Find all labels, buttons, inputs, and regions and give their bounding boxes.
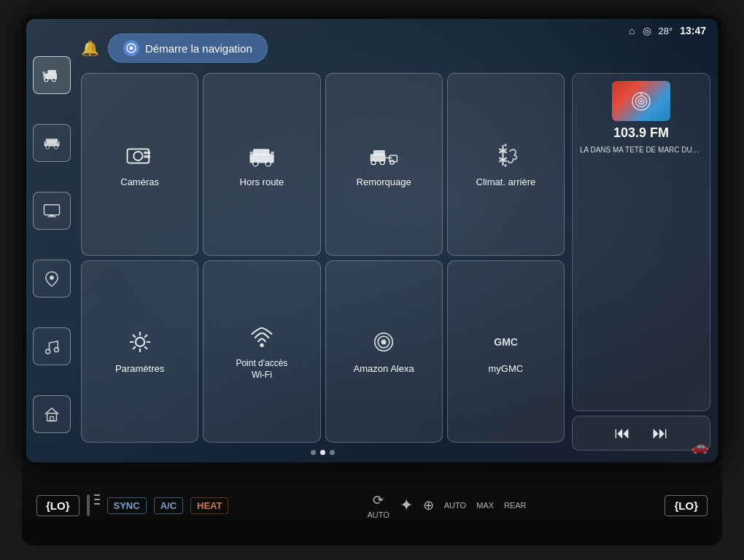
time-display: 13:47 — [680, 25, 706, 36]
radio-next-button[interactable]: ⏭ — [652, 424, 668, 443]
settings-icon — [125, 327, 155, 357]
tiles-row-1: Caméras Hors r — [81, 73, 565, 256]
tile-alexa[interactable]: Amazon Alexa — [325, 260, 443, 443]
navigation-button-label: Démarre la navigation — [145, 42, 252, 55]
infotainment-screen: ⌂ ◎ 28° 13:47 — [26, 19, 718, 462]
svg-rect-19 — [50, 416, 54, 421]
parametres-label: Paramètres — [115, 363, 164, 376]
left-temp-display: {LO} — [36, 495, 80, 516]
airflow-control[interactable]: ⊕ — [423, 497, 434, 513]
svg-point-17 — [55, 347, 59, 351]
max-control[interactable]: MAX — [476, 501, 494, 510]
sidebar-item-jeep[interactable] — [33, 124, 71, 162]
alexa-label: Amazon Alexa — [354, 363, 414, 376]
svg-point-8 — [46, 145, 50, 149]
sidebar-item-truck[interactable] — [33, 56, 71, 94]
dot-2 — [320, 450, 325, 455]
page-dots — [81, 450, 565, 455]
tiles-section: Caméras Hors r — [81, 73, 565, 455]
car-status-icon: 🚗 — [691, 438, 709, 455]
dot-1 — [311, 450, 316, 455]
tile-mygmc[interactable]: GMC myGMC — [447, 260, 565, 443]
tile-parametres[interactable]: Paramètres — [81, 260, 198, 443]
tile-remorquage[interactable]: Remorquage — [325, 73, 443, 256]
svg-rect-7 — [46, 139, 58, 142]
auto-control[interactable]: AUTO — [444, 501, 466, 510]
svg-rect-14 — [47, 216, 56, 217]
mygmc-label: myGMC — [489, 363, 524, 376]
dot-3 — [330, 450, 335, 455]
physical-controls: {LO} SYNC A/C HEAT ⟳ AUTO ✦ ⊕ AUTO MAX — [22, 465, 722, 545]
radio-prev-button[interactable]: ⏮ — [614, 424, 630, 443]
svg-point-45 — [381, 340, 387, 345]
tile-wifi[interactable]: Point d'accès Wi-Fi — [203, 260, 320, 443]
hors-route-label: Hors route — [240, 176, 284, 189]
main-content: 🔔 Démarre la navigation — [77, 19, 718, 462]
home-icon: ⌂ — [629, 25, 635, 36]
tile-climat[interactable]: Climat. arrière — [447, 73, 565, 256]
towing-icon — [368, 140, 399, 171]
cameras-label: Caméras — [120, 176, 159, 189]
home-icon — [42, 404, 62, 424]
svg-point-40 — [505, 164, 508, 167]
radio-card[interactable]: 103.9 FM LA DANS MA TETE DE MARC DUPRE A… — [572, 73, 710, 411]
wifi-icon — [247, 322, 277, 352]
heat-button[interactable]: HEAT — [190, 497, 228, 514]
auto-fan-control[interactable]: ⟳ AUTO — [367, 492, 389, 519]
svg-rect-24 — [144, 152, 150, 155]
svg-rect-5 — [42, 71, 45, 73]
svg-rect-11 — [57, 141, 58, 144]
svg-point-34 — [371, 160, 376, 164]
radio-logo-icon — [628, 88, 654, 114]
sidebar-item-screen[interactable] — [33, 192, 71, 230]
truck-icon — [42, 65, 62, 85]
radio-section: 103.9 FM LA DANS MA TETE DE MARC DUPRE A… — [572, 73, 710, 455]
temperature-display: 28° — [659, 26, 673, 36]
sidebar-item-home[interactable] — [33, 395, 71, 433]
tile-cameras[interactable]: Caméras — [81, 73, 198, 256]
status-bar: ⌂ ◎ 28° 13:47 — [629, 25, 706, 36]
screen-frame: ⌂ ◎ 28° 13:47 — [22, 15, 722, 467]
max-label: MAX — [476, 501, 494, 510]
svg-point-3 — [44, 78, 48, 82]
radio-controls: ⏮ ⏭ — [572, 416, 710, 451]
navigation-button[interactable]: Démarre la navigation — [108, 34, 268, 63]
sidebar-item-location[interactable] — [33, 260, 71, 298]
svg-point-38 — [390, 160, 394, 164]
svg-point-16 — [46, 349, 50, 354]
svg-rect-25 — [144, 155, 150, 158]
wifi-label: Point d'accès Wi-Fi — [236, 358, 287, 381]
svg-rect-12 — [44, 204, 60, 214]
remorquage-label: Remorquage — [357, 176, 411, 189]
grid-dots — [87, 494, 90, 516]
bell-icon: 🔔 — [81, 39, 99, 57]
tile-hors-route[interactable]: Hors route — [203, 73, 320, 256]
sidebar-item-music[interactable] — [33, 327, 71, 365]
right-temp-display: {LO} — [664, 495, 708, 516]
svg-point-15 — [50, 275, 54, 279]
fan-control[interactable]: ✦ — [400, 496, 413, 515]
camera-icon — [125, 140, 155, 171]
auto-fan-label: AUTO — [367, 510, 389, 519]
svg-rect-31 — [271, 152, 274, 155]
sync-button[interactable]: SYNC — [107, 497, 147, 514]
svg-point-9 — [55, 145, 58, 149]
radio-frequency: 103.9 FM — [613, 125, 669, 141]
music-icon — [42, 336, 62, 357]
left-temp-controls: {LO} SYNC A/C HEAT — [36, 494, 228, 516]
center-fan-controls: ⟳ AUTO ✦ ⊕ AUTO MAX REAR — [367, 492, 526, 519]
tiles-row-2: Paramètres Point d'accès Wi-Fi — [81, 260, 565, 443]
svg-rect-13 — [50, 214, 55, 216]
radio-song-title: LA DANS MA TETE DE MARC DUPRE A CIME — [580, 145, 702, 155]
radio-album-art — [612, 81, 670, 121]
svg-rect-27 — [253, 149, 270, 155]
svg-point-41 — [136, 338, 144, 346]
svg-point-42 — [260, 343, 263, 347]
svg-rect-33 — [373, 150, 385, 155]
svg-point-35 — [380, 160, 384, 164]
svg-point-50 — [640, 100, 643, 102]
ac-button[interactable]: A/C — [154, 497, 183, 514]
auto-label: AUTO — [444, 501, 466, 510]
rear-control[interactable]: REAR — [504, 501, 527, 510]
svg-point-23 — [133, 152, 142, 160]
